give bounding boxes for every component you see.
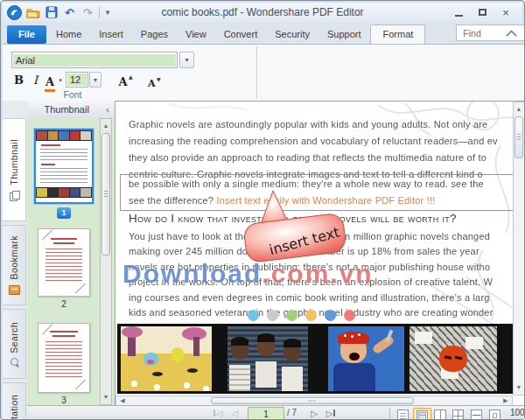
thumbnail-scroll-up-button[interactable]: ▲ [101,121,111,130]
qat-more-button[interactable]: ▾ [102,4,113,20]
close-button[interactable]: × [498,6,514,19]
document-vscrollbar[interactable]: ▲ ▼ [513,102,525,396]
paragraph-1: Graphic novels are astoundingly popular … [129,116,498,183]
facing-pages-icon [434,410,440,420]
text-line: ing courses and even degrees in comic bo… [129,290,494,305]
page-thumbnail-1[interactable] [34,129,94,204]
font-family-dropdown-button[interactable]: ▾ [179,52,194,68]
page-thumbnail-2[interactable] [38,228,90,297]
view-continuous-button[interactable] [413,408,431,420]
font-size-combobox[interactable]: 12 [66,72,88,88]
shrink-font-arrow-icon: ▼ [157,76,161,82]
italic-button[interactable]: I [29,72,42,88]
thumbnail-icon [10,191,19,200]
last-page-arrow-icon: ▷ [326,409,333,418]
bold-button[interactable]: B [11,72,26,88]
continuous-icon [416,410,428,420]
scroll-grip [517,134,521,141]
page-thumbnail-3[interactable] [38,323,90,393]
open-button[interactable] [24,4,41,20]
view-single-page-button[interactable] [395,408,411,420]
comic-panel-3 [328,326,404,391]
title-bar: ↶ ↷ ▾ comic books.pdf - Wondershare PDF … [3,3,522,22]
tab-insert[interactable]: Insert [91,25,131,44]
last-page-button[interactable]: ▷ [324,407,338,419]
ribbon-panel: Arial ▾ B I A ▾ 12 ▾ A▲ A▼ Font [3,44,524,102]
fit-page-button[interactable] [486,408,503,420]
dot [344,310,355,321]
font-color-button[interactable]: A [46,75,54,88]
scroll-grip [104,191,108,198]
font-color-dropdown-button[interactable]: ▾ [56,74,65,86]
tab-view[interactable]: View [178,25,214,44]
sidebar-tab-search-label: Search [9,322,19,354]
thumbnail-scroll-down-button[interactable]: ▼ [101,392,111,401]
collapse-panel-button[interactable]: ‹ [106,104,115,115]
next-page-button[interactable]: ▷ [308,407,320,419]
page-1-number-badge: 1 [57,207,71,219]
text-line: they also provide an approach to reading… [129,150,498,166]
first-page-bar-icon [214,410,215,416]
doc-scroll-up-button[interactable]: ▲ [514,104,524,113]
doc-scroll-down-button[interactable]: ▼ [514,382,524,391]
quick-access-toolbar: ↶ ↷ ▾ [3,4,113,20]
sidebar-tab-thumbnail[interactable]: Thumbnail [3,118,26,221]
tab-support[interactable]: Support [319,25,369,44]
fit-width-button[interactable] [468,408,485,420]
maximize-button[interactable] [474,6,490,19]
minimize-button[interactable] [451,6,466,19]
view-facing-button[interactable] [431,408,448,420]
thumbnail-scrollbar-thumb[interactable] [102,133,110,256]
font-family-combobox[interactable]: Arial [11,52,178,68]
page-3-number-label: 3 [38,396,90,405]
tab-convert[interactable]: Convert [216,25,266,44]
tab-security[interactable]: Security [267,25,318,44]
fit-width-icon [471,410,482,420]
collapse-ribbon-button[interactable] [508,28,515,39]
ribbon-group-separator [256,46,257,99]
first-page-button[interactable]: ◁ [211,407,225,419]
document-area[interactable]: Graphic novels are astoundingly popular … [115,101,525,406]
sidebar-tab-annotation-label: Annotation [9,395,19,419]
quad-pages-icon [452,410,464,420]
undo-button[interactable]: ↶ [61,4,78,20]
app-logo-icon[interactable] [6,4,23,20]
search-tab-icon [10,358,18,366]
grow-font-button[interactable]: A▲ [119,75,128,88]
app-window: ↶ ↷ ▾ comic books.pdf - Wondershare PDF … [0,0,525,420]
redo-button[interactable]: ↷ [80,4,96,20]
tab-file[interactable]: File [7,25,46,44]
doc-scroll-left-button[interactable]: ◀ [118,396,127,405]
sidebar-tab-search[interactable]: Search [3,309,26,379]
font-size-dropdown-button[interactable]: ▾ [89,72,102,88]
text-line: increasing the reading comprehension and… [129,133,498,150]
sidebar-tab-annotation[interactable]: Annotation [3,382,26,419]
dot [248,310,259,321]
doc-hscrollbar-thumb[interactable] [211,397,414,404]
tab-format[interactable]: Format [370,24,425,45]
dot [267,310,278,321]
thumbnail-panel: 1 2 3 ▲ ▼ [27,118,115,405]
sidebar-tab-strip: Thumbnail Bookmark Search Annotation [3,101,27,419]
page-number-input[interactable] [248,407,284,420]
tab-home[interactable]: Home [48,25,89,44]
page-2-number-label: 2 [38,299,90,309]
scroll-grip [309,400,316,402]
sidebar-tab-bookmark-label: Bookmark [9,235,19,279]
find-input[interactable] [461,27,525,39]
tab-pages[interactable]: Pages [133,25,176,44]
sidebar-tab-thumbnail-label: Thumbnail [9,139,19,186]
sidebar-tab-bookmark[interactable]: Bookmark [3,225,26,305]
previous-page-button[interactable]: ◁ [228,407,241,419]
zoom-control[interactable]: 100% ▾ [510,408,525,417]
insert-text-callout[interactable]: insert text [238,187,352,264]
chevron-up-icon [506,30,517,41]
doc-scroll-right-button[interactable]: ▶ [501,396,510,405]
save-button[interactable] [43,4,60,20]
shrink-font-button[interactable]: A▼ [148,78,156,89]
page-dots-row [248,309,363,325]
facing-pages-icon-2 [440,410,446,420]
view-quad-button[interactable] [450,408,466,420]
doc-vscrollbar-thumb[interactable] [514,116,523,158]
thumbnail-scrollbar[interactable]: ▲ ▼ [100,118,112,405]
